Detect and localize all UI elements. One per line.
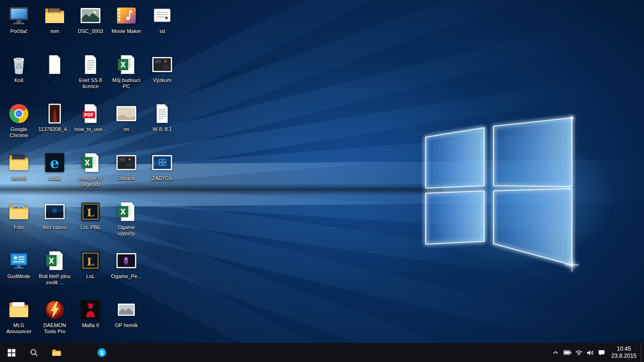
clock-date: 23.8.2015 — [611, 353, 636, 360]
tray-battery-button[interactable] — [561, 343, 573, 362]
system-tray: 10:45 23.8.2015 — [550, 343, 644, 362]
tray-network-button[interactable] — [573, 343, 585, 362]
battery-icon — [563, 350, 571, 355]
show-desktop-button[interactable] — [641, 343, 644, 362]
screen: Počítač Koš Google Chrome bordel Foto Go… — [0, 0, 644, 362]
tray-volume-button[interactable] — [585, 343, 596, 362]
wifi-icon — [575, 350, 583, 356]
search-icon — [30, 348, 38, 357]
chevron-up-icon — [553, 351, 558, 354]
wallpaper-vignette — [0, 0, 644, 343]
tray-action-center-button[interactable] — [596, 343, 607, 362]
speaker-icon — [586, 350, 594, 356]
taskbar-file-explorer-button[interactable] — [45, 343, 68, 362]
taskbar-chrome-button[interactable] — [68, 343, 91, 362]
tray-hidden-icons-button[interactable] — [550, 343, 561, 362]
file-explorer-icon — [51, 347, 62, 358]
skype-icon: S — [97, 347, 107, 358]
taskbar-buttons: S — [0, 343, 113, 362]
action-center-icon — [598, 349, 605, 356]
desktop[interactable]: Počítač Koš Google Chrome bordel Foto Go… — [0, 0, 644, 343]
taskbar-skype-button[interactable]: S — [91, 343, 113, 362]
windows-logo-icon — [8, 349, 16, 357]
taskbar-search-button[interactable] — [23, 343, 45, 362]
clock-time: 10:45 — [617, 346, 631, 353]
taskbar: S 10:45 23.8.2015 — [0, 343, 644, 362]
tray-icons — [550, 343, 607, 362]
start-button[interactable] — [0, 343, 23, 362]
taskbar-clock[interactable]: 10:45 23.8.2015 — [607, 343, 641, 362]
svg-text:S: S — [100, 350, 104, 356]
